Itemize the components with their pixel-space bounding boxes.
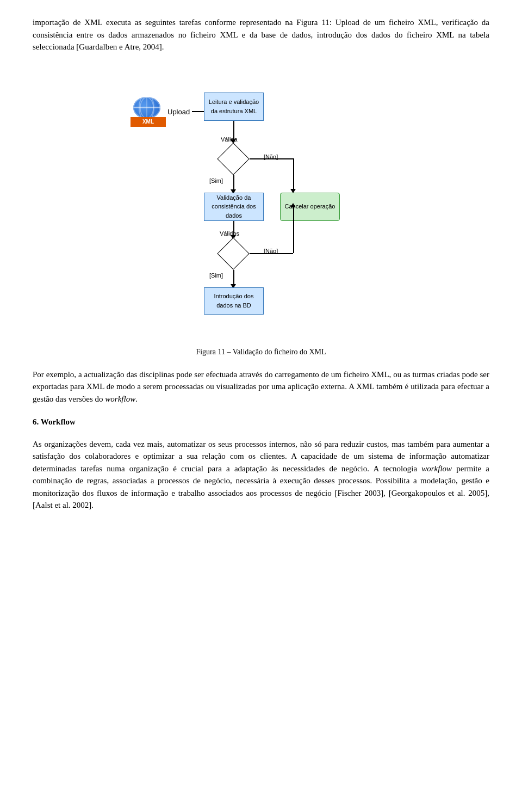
intro-paragraph: importação de XML executa as seguintes t… — [33, 16, 489, 53]
sim2-label: [Sim] — [209, 271, 223, 280]
para2-block: Por exemplo, a actualização das discipli… — [33, 368, 489, 405]
xml-icon: XML — [130, 97, 169, 127]
line-nao-cancelar — [293, 158, 294, 191]
nao1-label: [Não] — [264, 152, 278, 162]
line-nao-cancelar-up — [293, 207, 294, 253]
box-validacao: Validação da consistência dos dados — [204, 193, 264, 221]
diagram-inner: XML Upload Leitura e validação da estrut… — [120, 70, 402, 342]
para3-block: As organizações devem, cada vez mais, au… — [33, 438, 489, 512]
section-heading-block: 6. Workflow — [33, 416, 489, 428]
valida-label: Válida — [221, 135, 238, 144]
box-leitura: Leitura e validação da estrutura XML — [204, 93, 264, 121]
section-heading: 6. Workflow — [33, 417, 76, 426]
sim1-label: [Sim] — [209, 176, 223, 186]
globe-icon — [133, 97, 160, 119]
workflow-italic-2: workflow — [421, 464, 452, 473]
workflow-italic-1: workflow — [105, 395, 135, 403]
diamond-validos — [217, 237, 250, 270]
figure-caption: Figura 11 – Validação do ficheiro do XML — [33, 346, 489, 358]
xml-label: XML — [130, 117, 166, 127]
diagram-container: XML Upload Leitura e validação da estrut… — [33, 70, 489, 342]
line-diamond1-nao — [250, 158, 293, 159]
box-cancelar: Cancelar operação — [280, 193, 340, 221]
diamond-valida — [217, 143, 250, 175]
line-diamond2-nao — [250, 253, 293, 254]
nao2-label: [Não] — [264, 247, 278, 256]
upload-area: Upload — [167, 107, 208, 118]
upload-label: Upload — [167, 107, 190, 118]
arrow-nao-cancelar2 — [290, 203, 296, 207]
box-introducao: Introdução dos dados na BD — [204, 287, 264, 315]
